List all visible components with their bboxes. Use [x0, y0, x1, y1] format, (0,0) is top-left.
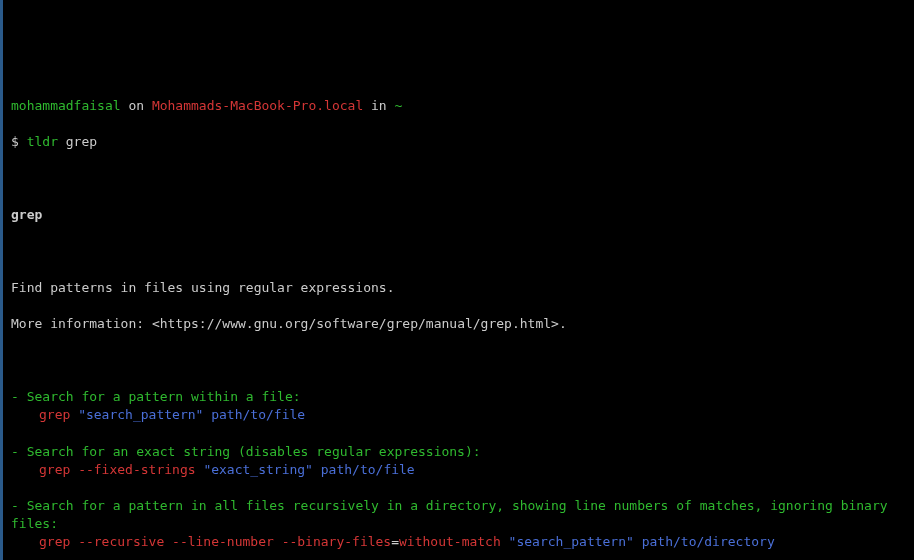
cmd-token: "exact_string" — [203, 462, 313, 477]
prompt-host: Mohammads-MacBook-Pro.local — [152, 98, 363, 113]
bullet-dash: - — [11, 444, 27, 459]
bullet-dash: - — [11, 498, 27, 513]
command-line: $ tldr grep — [11, 133, 906, 151]
prompt-line: mohammadfaisal on Mohammads-MacBook-Pro.… — [11, 97, 906, 115]
cmd-token: grep — [39, 407, 78, 422]
description-line-2: More information: <https://www.gnu.org/s… — [11, 315, 906, 333]
cmd-token: "search_pattern" — [509, 534, 634, 549]
cmd-token: grep --recursive --line-number --binary-… — [39, 534, 391, 549]
example-heading: - Search for a pattern in all files recu… — [11, 497, 906, 533]
cmd-token: path/to/file — [313, 462, 415, 477]
example-command: grep --recursive --line-number --binary-… — [11, 533, 906, 551]
prompt-in: in — [371, 98, 387, 113]
example-command: grep "search_pattern" path/to/file — [11, 406, 906, 424]
example-command: grep --fixed-strings "exact_string" path… — [11, 461, 906, 479]
bullet-dash: - — [11, 389, 27, 404]
cmd-token: path/to/file — [203, 407, 305, 422]
example-heading-text: Search for a pattern within a file: — [27, 389, 301, 404]
prompt-on: on — [128, 98, 144, 113]
more-info-url: https://www.gnu.org/software/grep/manual… — [160, 316, 551, 331]
page-title: grep — [11, 206, 906, 224]
prompt-user: mohammadfaisal — [11, 98, 121, 113]
cmd-token: without-match — [399, 534, 509, 549]
cmd-token: "search_pattern" — [78, 407, 203, 422]
cmd-token: grep --fixed-strings — [39, 462, 203, 477]
cmd-tldr: tldr — [27, 134, 58, 149]
description-line-1: Find patterns in files using regular exp… — [11, 279, 906, 297]
prompt-path: ~ — [395, 98, 403, 113]
example-heading-text: Search for a pattern in all files recurs… — [11, 498, 895, 531]
terminal-output[interactable]: mohammadfaisal on Mohammads-MacBook-Pro.… — [11, 79, 906, 560]
cmd-token: path/to/directory — [634, 534, 775, 549]
example-heading-text: Search for an exact string (disables reg… — [27, 444, 481, 459]
example-heading: - Search for an exact string (disables r… — [11, 443, 906, 461]
prompt-ps1: $ — [11, 134, 19, 149]
example-heading: - Search for a pattern within a file: — [11, 388, 906, 406]
cmd-token: = — [391, 534, 399, 549]
cmd-arg: grep — [66, 134, 97, 149]
examples-list: - Search for a pattern within a file:gre… — [11, 388, 906, 560]
